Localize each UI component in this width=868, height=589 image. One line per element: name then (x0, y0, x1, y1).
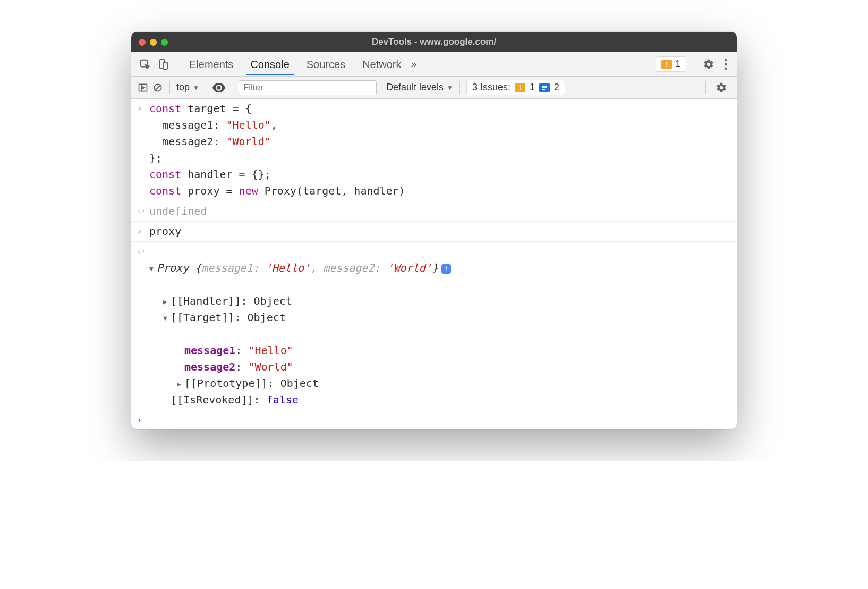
toolbar-divider (177, 57, 177, 71)
context-label: top (176, 82, 190, 93)
code-input: proxy (149, 223, 731, 240)
issues-warn-count: 1 (530, 82, 535, 93)
toolbar-divider (705, 81, 706, 94)
toolbar-divider (459, 81, 460, 94)
tab-network[interactable]: Network (361, 53, 402, 75)
clear-console-icon[interactable] (152, 82, 163, 93)
console-input-row: proxy (131, 222, 737, 242)
filter-input[interactable] (239, 80, 377, 95)
console-settings-button[interactable] (712, 80, 730, 96)
disclosure-triangle-icon[interactable] (163, 297, 171, 307)
console-toolbar: top ▼ Default levels ▼ 3 Issues: ! 1 2 (131, 77, 737, 99)
input-marker-icon (137, 100, 149, 199)
input-marker-icon (137, 223, 149, 240)
svg-rect-9 (542, 87, 547, 88)
maximize-window-button[interactable] (161, 39, 168, 46)
more-tabs-button[interactable]: » (411, 58, 417, 70)
tab-console[interactable]: Console (249, 53, 290, 75)
warning-icon: ! (661, 60, 672, 69)
inspect-element-icon[interactable] (138, 57, 152, 72)
code-input: const target = { message1: "Hello", mess… (149, 100, 731, 199)
prompt-marker-icon (137, 412, 149, 427)
warning-count: 1 (675, 58, 680, 70)
execution-context-selector[interactable]: top ▼ (176, 82, 199, 93)
issues-indicator[interactable]: 3 Issues: ! 1 2 (466, 80, 565, 95)
tab-elements[interactable]: Elements (188, 53, 234, 75)
titlebar: DevTools - www.google.com/ (131, 32, 737, 52)
levels-label: Default levels (386, 82, 444, 93)
toolbar-divider (206, 81, 206, 94)
toggle-sidebar-icon[interactable] (138, 82, 148, 93)
issues-label: 3 Issues: (472, 82, 510, 93)
disclosure-triangle-icon[interactable] (163, 313, 171, 324)
console-output: const target = { message1: "Hello", mess… (131, 99, 737, 429)
chevron-down-icon: ▼ (193, 84, 199, 91)
info-icon[interactable]: i (441, 264, 451, 274)
return-value: undefined (149, 203, 731, 220)
window-controls (139, 39, 168, 46)
object-tree: Proxy {message1: 'Hello', message2: 'Wor… (149, 243, 731, 408)
warning-icon: ! (515, 83, 525, 92)
svg-rect-2 (163, 62, 167, 69)
console-prompt-row[interactable] (131, 410, 737, 429)
devtools-window: DevTools - www.google.com/ Elements Cons… (131, 32, 737, 429)
settings-button[interactable] (700, 56, 718, 72)
console-output-row: Proxy {message1: 'Hello', message2: 'Wor… (131, 242, 737, 410)
close-window-button[interactable] (139, 39, 146, 46)
window-title: DevTools - www.google.com/ (131, 37, 737, 47)
svg-rect-10 (542, 89, 545, 90)
chevron-down-icon: ▼ (447, 84, 453, 91)
toolbar-divider (693, 57, 693, 71)
svg-point-5 (725, 67, 727, 69)
live-expression-icon[interactable] (212, 83, 225, 92)
toolbar-divider (169, 81, 170, 94)
issues-info-count: 2 (554, 82, 559, 93)
svg-rect-8 (542, 86, 547, 87)
more-options-button[interactable] (721, 56, 730, 72)
output-marker-icon (137, 243, 149, 408)
minimize-window-button[interactable] (150, 39, 157, 46)
console-input-field[interactable] (149, 412, 731, 427)
svg-point-3 (725, 58, 727, 61)
info-icon (539, 83, 550, 92)
main-toolbar: Elements Console Sources Network » ! 1 (131, 52, 737, 77)
console-input-row: const target = { message1: "Hello", mess… (131, 99, 737, 201)
disclosure-triangle-icon[interactable] (149, 264, 157, 274)
device-toggle-icon[interactable] (156, 57, 171, 72)
tab-sources[interactable]: Sources (305, 53, 346, 75)
panel-tabs: Elements Console Sources Network (188, 53, 403, 75)
toolbar-divider (232, 81, 232, 94)
console-output-row: undefined (131, 201, 737, 222)
svg-point-4 (725, 63, 727, 65)
warnings-indicator[interactable]: ! 1 (656, 56, 686, 72)
log-levels-selector[interactable]: Default levels ▼ (386, 82, 453, 93)
disclosure-triangle-icon[interactable] (177, 379, 184, 390)
output-marker-icon (137, 203, 149, 220)
